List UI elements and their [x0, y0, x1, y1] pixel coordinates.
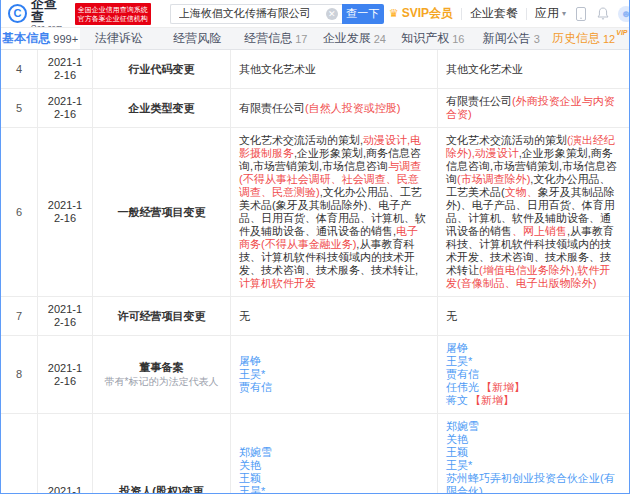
change-type: 行业代码变更 [129, 63, 195, 76]
notification-bell-icon[interactable] [596, 7, 610, 21]
table-row: 92021-12-16投资人(股权)变更带有*标记的为法定代表人郑婉雪关艳王颖王… [1, 414, 629, 494]
tab-news-announcements[interactable]: 新闻公告3 [472, 28, 551, 49]
entity-link[interactable]: 王颖 [446, 446, 468, 458]
after-change-cell: 其他文化艺术业 [438, 50, 629, 88]
apps-label: 应用 [535, 5, 559, 22]
table-row: 72021-12-16许可经营项目变更无无 [1, 297, 629, 336]
entity-link[interactable]: 苏州蜂巧弄初创业投资合伙企业(有限合伙) [446, 472, 615, 494]
tab-count: 24 [374, 33, 386, 45]
before-change-cell: 其他文化艺术业 [231, 50, 438, 88]
change-type: 一般经营项目变更 [118, 206, 206, 219]
changed-fragment: 、网上销售 [512, 225, 567, 237]
vip-badge: VIP [616, 29, 627, 36]
brand-text: 企查查 Qcc.com [31, 0, 70, 27]
before-change-cell: 无 [231, 297, 438, 335]
change-value-text: 其他文化艺术业 [239, 63, 429, 76]
change-date: 2021-12-16 [38, 297, 93, 335]
new-badge: 【新增】 [481, 381, 525, 393]
entity-link[interactable]: 王昊* [446, 355, 472, 367]
row-index: 9 [1, 414, 38, 494]
tab-business-info[interactable]: 经营信息17 [237, 28, 316, 49]
entity-link[interactable]: 屠铮 [239, 355, 261, 367]
list-item: 王昊* [446, 355, 621, 368]
tab-count: 17 [295, 33, 307, 45]
search-input[interactable] [170, 4, 342, 24]
text-fragment: 文化艺术交流活动的策划 [446, 134, 567, 146]
enterprise-package-link[interactable]: 企业套餐 [470, 5, 518, 22]
change-date: 2021-12-16 [38, 336, 93, 413]
entity-link[interactable]: 郑婉雪 [446, 420, 479, 432]
list-item: 蒋文【新增】 [446, 394, 621, 407]
brand-domain: Qcc.com [31, 24, 70, 28]
change-type: 投资人(股权)变更 [119, 485, 203, 494]
entity-link[interactable]: 关艳 [446, 433, 468, 445]
change-value-text: 无 [239, 310, 429, 323]
change-table: 42021-12-16行业代码变更其他文化艺术业其他文化艺术业52021-12-… [1, 50, 629, 494]
list-item: 郑婉雪 [446, 420, 621, 433]
list-item: 屠铮 [446, 342, 621, 355]
row-index: 5 [1, 89, 38, 127]
change-type-cell: 行业代码变更 [93, 50, 231, 88]
change-type-note: 带有*标记的为法定代表人 [105, 376, 219, 388]
search-box: ✕ 查一下 [170, 4, 384, 24]
changed-fragment: (自然人投资或控股) [305, 102, 400, 114]
entity-link[interactable]: 屠铮 [446, 342, 468, 354]
tab-basic-info[interactable]: 基本信息999+ [1, 28, 80, 49]
tab-business-risk[interactable]: 经营风险 [158, 28, 237, 49]
avatar-icon[interactable]: ☻ [618, 6, 629, 22]
table-row: 52021-12-16企业类型变更有限责任公司(自然人投资或控股)有限责任公司(… [1, 89, 629, 128]
entity-link[interactable]: 王颖 [239, 472, 261, 484]
list-item: 王昊* [446, 459, 621, 472]
change-date: 2021-12-16 [38, 89, 93, 127]
package-label: 企业套餐 [470, 5, 518, 22]
header-actions: ♛ SVIP会员 企业套餐 应用 ▾ ☻ [389, 5, 627, 22]
entity-link[interactable]: 王昊* [239, 485, 265, 494]
clear-search-icon[interactable]: ✕ [326, 8, 338, 20]
entity-link[interactable]: 贾有信 [239, 381, 272, 393]
before-change-cell: 屠铮王昊*贾有信 [231, 336, 438, 413]
entity-link[interactable]: 贾有信 [446, 368, 479, 380]
change-value-richtext: 有限责任公司(自然人投资或控股) [239, 102, 429, 115]
table-row: 42021-12-16行业代码变更其他文化艺术业其他文化艺术业 [1, 50, 629, 89]
change-date: 2021-12-16 [38, 50, 93, 88]
entity-link[interactable]: 王昊* [446, 459, 472, 471]
change-type-cell: 投资人(股权)变更带有*标记的为法定代表人 [93, 414, 231, 494]
chevron-down-icon: ▾ [562, 9, 566, 18]
list-item: 王颖 [239, 472, 429, 485]
change-type: 许可经营项目变更 [118, 310, 206, 323]
tab-count: 12 [603, 33, 615, 45]
row-index: 7 [1, 297, 38, 335]
entity-link[interactable]: 王昊* [239, 368, 265, 380]
svip-link[interactable]: ♛ SVIP会员 [389, 5, 453, 22]
svip-label: SVIP会员 [402, 5, 453, 22]
tab-company-development[interactable]: 企业发展24 [315, 28, 394, 49]
list-item: 郑婉雪 [239, 446, 429, 459]
entity-link[interactable]: 任伟光 [446, 381, 479, 393]
after-change-cell: 文化艺术交流活动的策划(演出经纪除外),动漫设计,企业形象策划,商务信息咨询,市… [438, 128, 629, 296]
text-fragment: 有限责任公司 [239, 102, 305, 114]
tab-history-info[interactable]: 历史信息12VIP [551, 28, 630, 49]
tab-legal-litigation[interactable]: 法律诉讼 [80, 28, 159, 49]
entity-link[interactable]: 郑婉雪 [239, 446, 272, 458]
tab-intellectual-property[interactable]: 知识产权16 [394, 28, 473, 49]
list-item: 王昊* [239, 485, 429, 494]
qcc-logo[interactable]: 企查查 Qcc.com [8, 0, 70, 27]
apps-menu[interactable]: 应用 ▾ [535, 5, 566, 22]
tab-count: 999+ [53, 33, 78, 45]
change-type-cell: 许可经营项目变更 [93, 297, 231, 335]
row-index: 4 [1, 50, 38, 88]
tab-label: 基本信息 [2, 30, 50, 47]
tab-label: 新闻公告 [483, 30, 531, 47]
table-row: 82021-12-16董事备案带有*标记的为法定代表人屠铮王昊*贾有信屠铮王昊*… [1, 336, 629, 414]
entity-link[interactable]: 蒋文 [446, 394, 468, 406]
mobile-app-icon[interactable] [574, 7, 588, 21]
entity-link[interactable]: 关艳 [239, 459, 261, 471]
search-button[interactable]: 查一下 [342, 4, 384, 24]
nav-tabs: 基本信息999+法律诉讼经营风险经营信息17企业发展24知识产权16新闻公告3历… [1, 27, 629, 50]
top-header: 企查查 Qcc.com 全国企业信用查询系统 官方备案企业征信机构 ✕ 查一下 … [1, 0, 629, 27]
change-date: 2021-12-16 [38, 414, 93, 494]
change-type-cell: 董事备案带有*标记的为法定代表人 [93, 336, 231, 413]
change-value-richtext: 有限责任公司(外商投资企业与内资合资) [446, 95, 621, 121]
change-value-richtext: 文化艺术交流活动的策划,动漫设计,电影摄制服务,企业形象策划,商务信息咨询,市场… [239, 134, 429, 290]
list-item: 任伟光【新增】 [446, 381, 621, 394]
